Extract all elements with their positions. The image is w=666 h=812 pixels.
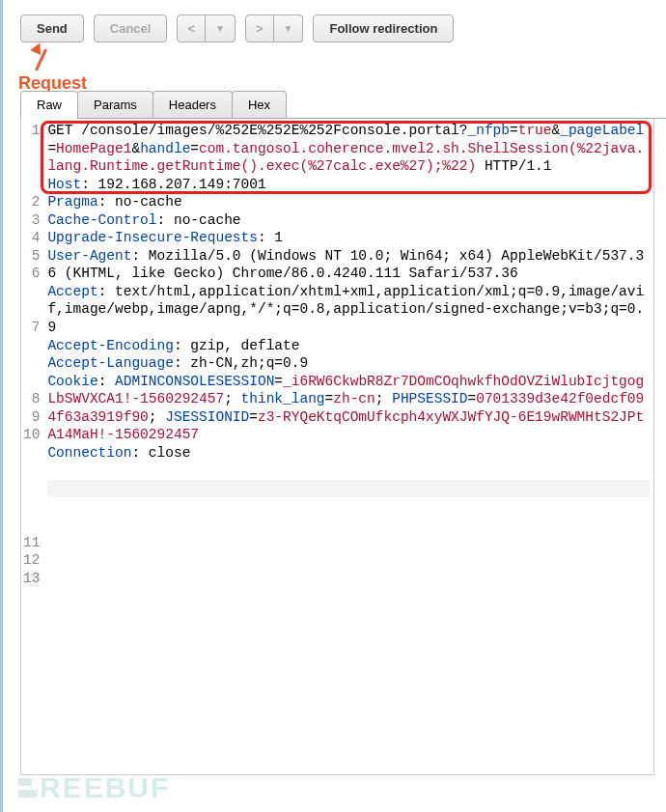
request-editor[interactable]: 1 2 3 4 5 6 7 8 9 10 11 12 13 GET /conso… [20, 119, 654, 775]
line-number: 9 [23, 408, 40, 427]
code-content[interactable]: GET /console/images/%252E%252E%252Fconso… [43, 119, 653, 774]
tab-hex[interactable]: Hex [232, 91, 287, 118]
request-tabs: Raw Params Headers Hex [20, 91, 666, 119]
tab-headers[interactable]: Headers [153, 91, 233, 118]
cursor-line [47, 480, 650, 498]
line-number: 1 [23, 122, 40, 140]
follow-redirection-button[interactable]: Follow redirection [313, 14, 454, 42]
toolbar: Send Cancel < ▼ > ▼ Follow redirection [3, 0, 666, 52]
watermark: REEBUF [18, 771, 170, 804]
line-gutter: 1 2 3 4 5 6 7 8 9 10 11 12 13 [21, 119, 43, 774]
line-number: 8 [23, 390, 40, 408]
header-host: Host: 192.168.207.149:7001 [47, 176, 650, 194]
line-number: 2 [23, 193, 40, 211]
line-number: 6 [23, 265, 40, 283]
next-button[interactable]: > [245, 14, 274, 42]
header-accept-encoding: Accept-Encoding: gzip, deflate [47, 337, 650, 355]
line-number: 10 [23, 426, 40, 444]
header-user-agent: User-Agent: Mozilla/5.0 (Windows NT 10.0… [47, 247, 650, 283]
line-number: 5 [23, 247, 40, 266]
header-accept-language: Accept-Language: zh-CN,zh;q=0.9 [47, 354, 650, 373]
header-accept: Accept: text/html,application/xhtml+xml,… [47, 283, 650, 337]
tab-params[interactable]: Params [77, 91, 153, 118]
line-number: 13 [23, 570, 40, 588]
prev-dropdown[interactable]: ▼ [206, 14, 236, 42]
tab-raw[interactable]: Raw [20, 91, 78, 118]
line-number: 7 [23, 319, 40, 337]
prev-button[interactable]: < [177, 14, 206, 42]
header-upgrade-insecure: Upgrade-Insecure-Requests: 1 [47, 229, 650, 247]
line-number: 4 [23, 229, 40, 247]
line-number: 12 [23, 551, 40, 570]
header-cookie: Cookie: ADMINCONSOLESESSION=_i6RW6CkwbR8… [47, 373, 650, 444]
header-cache-control: Cache-Control: no-cache [47, 211, 650, 230]
cancel-button[interactable]: Cancel [94, 14, 168, 42]
next-button-group: > ▼ [245, 14, 304, 42]
send-button[interactable]: Send [20, 14, 84, 42]
request-line: GET /console/images/%252E%252E%252Fconso… [47, 122, 650, 176]
empty-line [47, 462, 650, 480]
header-pragma: Pragma: no-cache [47, 193, 650, 211]
next-dropdown[interactable]: ▼ [274, 14, 304, 42]
line-number: 3 [23, 211, 40, 230]
line-number: 11 [23, 534, 40, 552]
prev-button-group: < ▼ [177, 14, 236, 42]
header-connection: Connection: close [47, 444, 650, 462]
